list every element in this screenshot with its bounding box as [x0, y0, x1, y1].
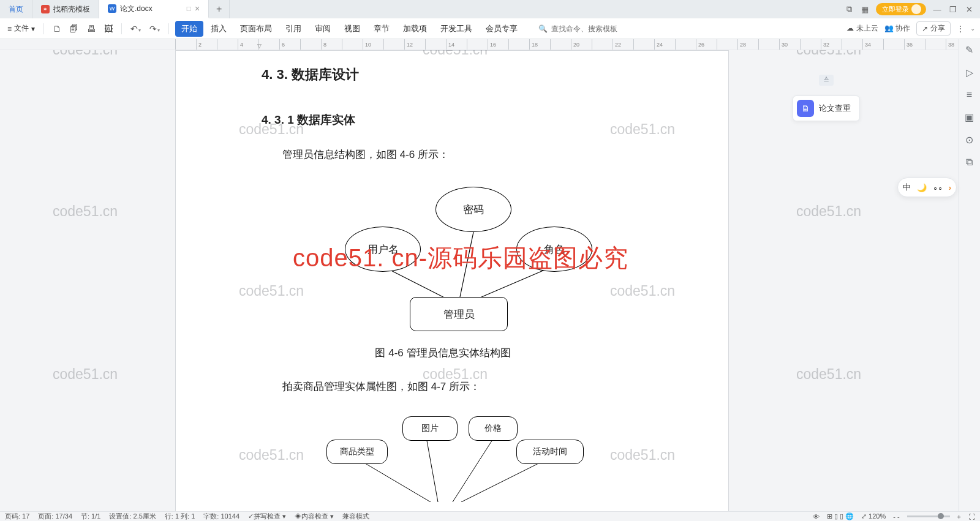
tab-templates-label: 找稻壳模板 [53, 4, 90, 15]
status-spellcheck[interactable]: ✓拼写检查 ▾ [248, 512, 286, 521]
separator [168, 23, 169, 34]
zoom-in-button[interactable]: + [957, 513, 961, 520]
ribbon-tab-review[interactable]: 审阅 [309, 21, 337, 37]
collab-button[interactable]: 👥 协作 [884, 23, 910, 34]
svg-line-4 [427, 441, 438, 502]
share-button[interactable]: ↗分享 [916, 21, 951, 36]
entity-role: 角色 [516, 227, 592, 272]
eye-icon[interactable]: 👁 [813, 513, 820, 520]
ruler-tick: 18 [529, 39, 550, 50]
ribbon-tab-references[interactable]: 引用 [279, 21, 307, 37]
ribbon-tabs: 开始 插入 页面布局 引用 审阅 视图 章节 加载项 开发工具 会员专享 [175, 21, 524, 37]
ruler-tick [800, 39, 821, 50]
zoom-label[interactable]: ⤢ 120% [861, 512, 886, 520]
search-input[interactable] [551, 24, 649, 33]
paragraph-2: 拍卖商品管理实体属性图，如图 4-7 所示： [262, 378, 624, 395]
assistant-pill[interactable]: 中 🌙 ∘∘ › [897, 178, 957, 197]
ribbon-tab-view[interactable]: 视图 [338, 21, 366, 37]
paragraph-1: 管理员信息结构图，如图 4-6 所示： [262, 146, 624, 163]
ribbon-tab-page-layout[interactable]: 页面布局 [234, 21, 278, 37]
rail-cursor-icon[interactable]: ▷ [966, 67, 973, 78]
ribbon-tab-start[interactable]: 开始 [175, 21, 203, 37]
tab-home-label: 首页 [9, 4, 23, 15]
people-icon: 👥 [884, 24, 894, 32]
status-section[interactable]: 节: 1/1 [81, 512, 100, 521]
tab-document[interactable]: W 论文.docx □ × [99, 0, 209, 18]
ruler-tick [342, 39, 363, 50]
indent-marker-icon[interactable]: ▽ [257, 43, 262, 49]
rail-pen-icon[interactable]: ✎ [965, 44, 973, 56]
status-word-count[interactable]: 字数: 10144 [203, 512, 239, 521]
up-icon: ≙ [823, 76, 829, 84]
document-page[interactable]: 4. 3. 数据库设计 4. 3. 1 数据库实体 管理员信息结构图，如图 4-… [175, 50, 729, 511]
status-indent[interactable]: 设置值: 2.5厘米 [109, 512, 156, 521]
file-menu[interactable]: ≡ 文件 ▾ [5, 23, 37, 34]
ruler-tick: 14 [446, 39, 467, 50]
svg-line-1 [460, 232, 473, 297]
ruler-tick: 26 [696, 39, 717, 50]
tab-home[interactable]: 首页 [0, 0, 32, 18]
maximize-button[interactable]: ❐ [948, 5, 958, 14]
admin-entity-diagram: 用户名 密码 角色 管理员 [271, 174, 614, 334]
attr-type: 商品类型 [326, 440, 388, 464]
ribbon-tab-developer[interactable]: 开发工具 [434, 21, 478, 37]
ime-icon: 中 [903, 182, 911, 193]
status-content-check[interactable]: ◈内容检查 ▾ [295, 512, 334, 521]
tab-new[interactable]: + [209, 0, 230, 18]
quick-preview-icon[interactable]: 🖼 [102, 24, 115, 34]
rail-target-icon[interactable]: ⊙ [965, 134, 973, 146]
status-bar: 页码: 17 页面: 17/34 节: 1/1 设置值: 2.5厘米 行: 1 … [0, 511, 980, 521]
command-search[interactable]: 🔍 [538, 24, 649, 33]
quick-print-icon[interactable]: 🖶 [85, 24, 98, 34]
watermark: code51.cn [53, 366, 118, 383]
chevron-down-icon[interactable]: ⌄ [970, 25, 975, 32]
ruler-tick [592, 39, 612, 50]
separator [121, 23, 122, 34]
ruler-tick: 2 [196, 39, 217, 50]
ruler-tick: 28 [737, 39, 758, 50]
more-icon[interactable]: ⋮ [957, 24, 964, 33]
ruler-tick [675, 39, 696, 50]
collapse-up-button[interactable]: ≙ [819, 75, 834, 86]
status-page-no[interactable]: 页码: 17 [5, 512, 29, 521]
cloud-button[interactable]: ☁ 未上云 [846, 23, 878, 34]
spellcheck-icon: ✓ [248, 512, 254, 520]
minimize-button[interactable]: — [932, 5, 942, 14]
ruler-tick [467, 39, 488, 50]
paper-check-button[interactable]: 🗎 论文查重 [793, 96, 860, 121]
status-page-of[interactable]: 页面: 17/34 [38, 512, 72, 521]
ribbon-tab-member[interactable]: 会员专享 [480, 21, 524, 37]
rail-layout-icon[interactable]: ⧉ [966, 157, 973, 168]
tab-modified-icon: □ [187, 4, 191, 13]
entity-admin: 管理员 [410, 297, 508, 331]
svg-line-3 [363, 462, 431, 502]
zoom-out-button[interactable]: - - [893, 513, 899, 520]
ribbon-tab-section[interactable]: 章节 [368, 21, 396, 37]
login-button[interactable]: 立即登录 [876, 3, 926, 15]
status-compat[interactable]: 兼容模式 [342, 512, 369, 521]
layout-icon[interactable]: ⧉ [844, 4, 854, 14]
rail-panel-icon[interactable]: ▣ [965, 111, 974, 123]
tab-templates[interactable]: ✶ 找稻壳模板 [32, 0, 99, 18]
paper-check-label: 论文查重 [819, 103, 851, 114]
undo-icon[interactable]: ↶▾ [128, 24, 143, 34]
heading-4-3-1: 4. 3. 1 数据库实体 [262, 112, 624, 128]
grid-icon[interactable]: ▦ [860, 5, 870, 14]
quick-new-icon[interactable]: 🗋 [50, 24, 64, 34]
quick-save-icon[interactable]: 🗐 [67, 24, 81, 34]
close-icon[interactable]: × [195, 4, 200, 13]
fullscreen-icon[interactable]: ⛶ [968, 513, 975, 520]
ribbon-tab-addins[interactable]: 加载项 [397, 21, 433, 37]
titlebar: 首页 ✶ 找稻壳模板 W 论文.docx □ × + ⧉ ▦ 立即登录 — ❐ … [0, 0, 980, 18]
rail-settings-icon[interactable]: ≡ [967, 89, 972, 100]
ruler-tick [550, 39, 571, 50]
close-button[interactable]: ✕ [964, 5, 974, 14]
redo-icon[interactable]: ↷▾ [147, 24, 162, 34]
ruler-tick [758, 39, 779, 50]
ruler-tick: 32 [821, 39, 842, 50]
status-line-col[interactable]: 行: 1 列: 1 [165, 512, 195, 521]
zoom-slider[interactable] [907, 515, 950, 517]
view-mode-icons[interactable]: ⊞ ▯ ▯ 🌐 [827, 512, 854, 520]
horizontal-ruler[interactable]: 2468101214161820222426283032343638404244… [0, 39, 980, 50]
ribbon-tab-insert[interactable]: 插入 [205, 21, 233, 37]
